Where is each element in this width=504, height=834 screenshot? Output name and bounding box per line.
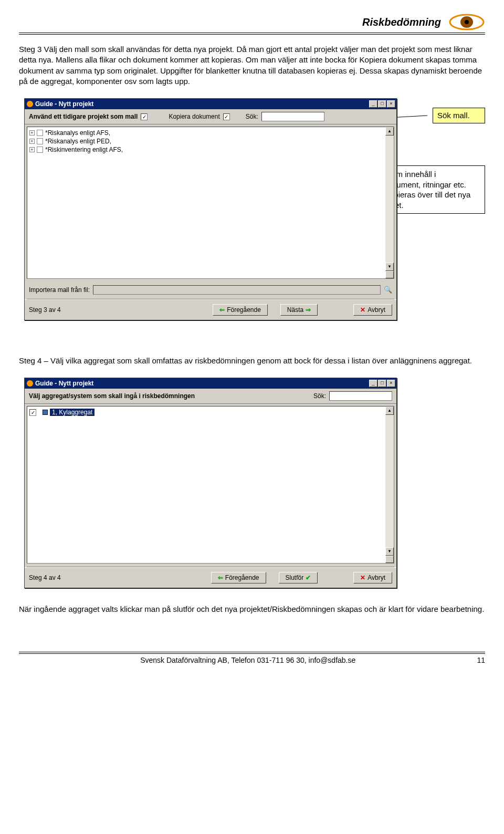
window-title: Guide - Nytt projekt	[35, 380, 369, 387]
app-icon	[27, 101, 33, 107]
minimize-button[interactable]: _	[369, 100, 377, 108]
x-icon: ✕	[360, 306, 365, 314]
scroll-up-button[interactable]: ▲	[385, 406, 394, 415]
previous-button[interactable]: ⇐Föregående	[211, 572, 266, 583]
arrow-left-icon: ⇐	[218, 574, 223, 581]
tree-label: *Riskanalys enligt AFS,	[45, 129, 110, 137]
expand-icon[interactable]: +	[29, 130, 35, 135]
import-path-field[interactable]	[93, 285, 381, 295]
aggregate-checkbox[interactable]: ✓	[29, 409, 36, 416]
tree-item[interactable]: + *Riskanalys enligt PED,	[29, 137, 383, 145]
maximize-button[interactable]: □	[378, 100, 386, 108]
svg-point-2	[465, 20, 469, 24]
scroll-down-button[interactable]: ▼	[385, 263, 394, 271]
titlebar: Guide - Nytt projekt _ □ ×	[25, 99, 396, 109]
header-title: Riskbedömning	[362, 16, 441, 28]
options-toolbar: Använd ett tidigare projekt som mall ✓ K…	[25, 109, 396, 124]
wizard-window-step3: Guide - Nytt projekt _ □ × Använd ett ti…	[24, 98, 397, 320]
screenshot1-container: Sök mall. Ange om innehåll i textdokumen…	[19, 98, 485, 340]
copy-doc-checkbox[interactable]: ✓	[223, 113, 230, 120]
aggregate-icon	[43, 410, 48, 415]
x-icon: ✕	[360, 574, 365, 581]
browse-icon[interactable]: 🔍	[384, 286, 392, 294]
list-item[interactable]: ✓ 1, Kylaggregat	[29, 408, 383, 416]
tree-item[interactable]: + *Riskinventering enligt AFS,	[29, 145, 383, 154]
tree-label: *Riskinventering enligt AFS,	[45, 146, 123, 153]
app-icon	[27, 380, 33, 387]
resize-grip[interactable]	[385, 556, 394, 563]
wizard-bottombar: Steg 4 av 4 ⇐Föregående Slutför✔ ✕Avbryt	[25, 567, 396, 588]
search-input[interactable]	[329, 391, 392, 401]
select-aggregate-label: Välj aggregat/system som skall ingå i ri…	[29, 392, 195, 400]
tree-item[interactable]: + *Riskanalys enligt AFS,	[29, 129, 383, 137]
next-button[interactable]: Nästa⇒	[280, 304, 318, 316]
maximize-button[interactable]: □	[378, 380, 386, 387]
step-indicator: Steg 4 av 4	[29, 574, 61, 581]
arrow-left-icon: ⇐	[219, 306, 225, 314]
screenshot2-container: Guide - Nytt projekt _ □ × Välj aggregat…	[19, 378, 485, 588]
window-title: Guide - Nytt projekt	[35, 100, 369, 108]
document-icon	[37, 147, 43, 153]
step4-text: Steg 4 – Välj vilka aggregat som skall o…	[19, 356, 485, 366]
step3-text: Steg 3 Välj den mall som skall användas …	[19, 44, 485, 87]
document-icon	[37, 130, 43, 136]
eye-logo-icon	[448, 13, 485, 32]
use-previous-label: Använd ett tidigare projekt som mall	[29, 113, 138, 120]
scroll-down-button[interactable]: ▼	[385, 547, 394, 556]
import-label: Importera mall från fil:	[29, 286, 90, 294]
copy-doc-label: Kopiera dokument	[169, 113, 219, 120]
search-label: Sök:	[246, 113, 258, 120]
cancel-button[interactable]: ✕Avbryt	[353, 304, 392, 316]
page-footer: Svensk Dataförvaltning AB, Telefon 031-7…	[19, 652, 485, 664]
vertical-scrollbar[interactable]: ▲ ▼	[385, 406, 394, 563]
expand-icon[interactable]: +	[29, 139, 35, 144]
template-tree: + *Riskanalys enligt AFS, + *Riskanalys …	[27, 127, 394, 279]
scroll-up-button[interactable]: ▲	[385, 127, 394, 135]
header-rule	[19, 33, 485, 35]
closing-text: När ingående aggraget valts klickar man …	[19, 604, 485, 614]
step-indicator: Steg 3 av 4	[29, 306, 61, 314]
resize-grip[interactable]	[385, 271, 394, 278]
options-toolbar: Välj aggregat/system som skall ingå i ri…	[25, 389, 396, 404]
cancel-button[interactable]: ✕Avbryt	[353, 572, 392, 583]
footer-text: Svensk Dataförvaltning AB, Telefon 031-7…	[19, 656, 477, 664]
search-label: Sök:	[313, 392, 326, 400]
aggregate-label: 1, Kylaggregat	[50, 409, 94, 416]
arrow-right-icon: ⇒	[306, 306, 311, 314]
callout-sok-mall: Sök mall.	[433, 108, 485, 123]
import-row: Importera mall från fil: 🔍	[25, 281, 396, 299]
search-input[interactable]	[261, 112, 324, 121]
page-number: 11	[477, 656, 485, 664]
titlebar: Guide - Nytt projekt _ □ ×	[25, 378, 396, 389]
wizard-window-step4: Guide - Nytt projekt _ □ × Välj aggregat…	[24, 378, 397, 588]
page-header: Riskbedömning	[19, 13, 485, 32]
aggregate-list: ✓ 1, Kylaggregat ▲ ▼	[27, 406, 394, 564]
close-button[interactable]: ×	[387, 100, 395, 108]
vertical-scrollbar[interactable]: ▲ ▼	[385, 127, 394, 278]
close-button[interactable]: ×	[387, 380, 395, 387]
tree-label: *Riskanalys enligt PED,	[45, 138, 111, 145]
previous-button[interactable]: ⇐Föregående	[213, 304, 268, 316]
minimize-button[interactable]: _	[369, 380, 377, 387]
use-previous-checkbox[interactable]: ✓	[141, 113, 148, 120]
wizard-bottombar: Steg 3 av 4 ⇐Föregående Nästa⇒ ✕Avbryt	[25, 299, 396, 320]
document-icon	[37, 138, 43, 144]
finish-button[interactable]: Slutför✔	[279, 572, 318, 583]
check-icon: ✔	[306, 574, 311, 581]
expand-icon[interactable]: +	[29, 147, 35, 152]
